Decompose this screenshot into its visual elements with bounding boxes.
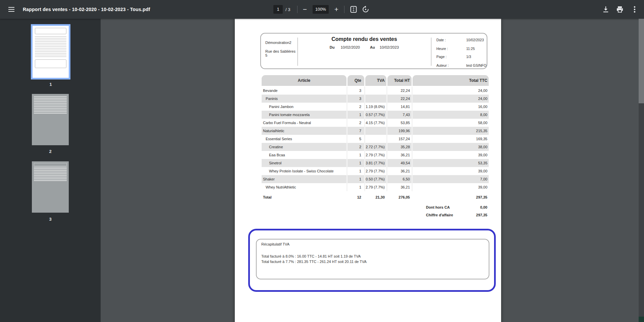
tva-recap-title: Récapitulatif TVA: [261, 242, 289, 246]
fit-to-page-icon: [350, 5, 358, 13]
table-row: Sinetrol13.81 (7.7%)49,5453,35: [262, 159, 489, 167]
article-cell: Essential Series: [262, 135, 346, 143]
more-options-button[interactable]: [631, 5, 639, 13]
ht-cell: 7,43: [387, 111, 412, 119]
tva-cell: [365, 95, 386, 103]
column-header-total-ttc: Total TTC: [413, 75, 489, 86]
fit-to-page-button[interactable]: [350, 5, 358, 13]
summary-row: Chiffre d'affaire297,35: [262, 211, 489, 219]
column-header-qte: Qte: [347, 75, 364, 86]
tva-recap-box: Récapitulatif TVA Total facturé à 8.0% :…: [256, 239, 489, 279]
meta-row: Heure :11:25: [436, 46, 487, 51]
tva-recap-lines: Total facturé à 8.0% : 16.00 TTC - 14.81…: [261, 254, 367, 264]
article-cell: Creatine: [262, 143, 346, 151]
article-cell: Paninis: [262, 95, 346, 103]
rotate-button[interactable]: [362, 5, 370, 13]
page-number-input[interactable]: 1: [273, 5, 283, 14]
report-title: Compte rendu des ventes: [298, 36, 431, 42]
zoom-in-button[interactable]: +: [331, 5, 341, 14]
ht-cell: 36,21: [387, 167, 412, 175]
thumbnail-page-2[interactable]: [32, 94, 69, 145]
ttc-cell: 7,00: [413, 175, 489, 183]
ht-cell: 6,50: [387, 175, 412, 183]
meta-value: 1/3: [466, 55, 487, 59]
qte-cell: 2: [347, 119, 364, 127]
article-cell: Bevande: [262, 87, 346, 95]
thumbnail-page-number: 3: [31, 217, 70, 222]
three-dot-menu-icon: [631, 5, 639, 13]
table-body: Bevande322,2424,00Paninis322,2424,00Pani…: [262, 87, 489, 191]
tva-cell: 1.19 (8.0%): [365, 103, 386, 111]
tva-cell: [365, 135, 386, 143]
period-to-date: 10/02/2023: [380, 45, 399, 49]
scrollbar-thumb[interactable]: [639, 19, 644, 103]
thumbnail-decoration: [35, 36, 66, 57]
table-total-row: Total 12 21,30 276,05 297,35: [262, 194, 489, 201]
meta-row: Date :10/02/2023: [436, 37, 487, 43]
meta-label: Heure :: [436, 47, 466, 51]
report-title-block: Compte rendu des ventes Du10/02/2020Au10…: [298, 34, 431, 49]
thumbnail-page-1[interactable]: [31, 24, 70, 79]
article-cell: Carbo Fuel Formula - Neutral: [262, 119, 346, 127]
meta-label: Auteur :: [436, 63, 466, 67]
period-from-date: 10/02/2020: [340, 45, 360, 49]
toolbar-separator: [344, 6, 344, 13]
viewer-canvas[interactable]: Démonstration2 Rue des Sablières 5 Compt…: [101, 19, 639, 322]
toolbar-separator: [297, 6, 298, 13]
ht-cell: 36,21: [387, 183, 412, 191]
tva-cell: 2.79 (7.7%): [365, 151, 386, 159]
ht-cell: 53,85: [387, 119, 412, 127]
print-icon: [616, 5, 624, 13]
qte-cell: 7: [347, 127, 364, 135]
ttc-cell: 39,00: [413, 151, 489, 159]
table-row: Carbo Fuel Formula - Neutral24.15 (7.7%)…: [262, 119, 489, 127]
table-row: Eaa Bcaa12.79 (7.7%)36,2139,00: [262, 151, 489, 159]
ttc-cell: 16,00: [413, 103, 489, 111]
zoom-level-input[interactable]: 100%: [313, 5, 329, 14]
report-period: Du10/02/2020Au10/02/2023: [298, 45, 431, 49]
vertical-scrollbar[interactable]: [639, 19, 644, 322]
ttc-cell: 39,00: [413, 167, 489, 175]
thumbnail-decoration: [34, 163, 67, 166]
column-header-tva: TVA: [365, 75, 386, 86]
meta-label: Page :: [436, 55, 466, 59]
article-cell: Panini Jambon: [262, 103, 346, 111]
thumbnail-sidebar: 1 2 3: [0, 19, 101, 322]
menu-button[interactable]: [5, 4, 17, 14]
qte-cell: 1: [347, 175, 364, 183]
qte-cell: 1: [347, 159, 364, 167]
period-to-label: Au: [370, 45, 375, 49]
table-row: Whey NutriAthletic12.79 (7.7%)36,2139,00: [262, 183, 489, 191]
tva-cell: 2.72 (7.7%): [365, 143, 386, 151]
qte-cell: 2: [347, 103, 364, 111]
thumbnail-decoration: [34, 96, 67, 114]
meta-label: Date :: [436, 38, 466, 42]
summary-row: Dont hors CA0,00: [262, 203, 489, 211]
ht-cell: 22,24: [387, 95, 412, 103]
meta-value: 11:25: [466, 47, 487, 51]
tva-recap-line: Total facturé à 8.0% : 16.00 TTC - 14.81…: [261, 254, 367, 259]
qte-cell: 3: [347, 95, 364, 103]
download-button[interactable]: [602, 5, 610, 13]
ht-cell: 22,24: [387, 87, 412, 95]
thumbnail-page-3[interactable]: [32, 161, 69, 213]
ht-cell: 49,54: [387, 159, 412, 167]
qte-cell: 2: [347, 143, 364, 151]
tva-cell: 3.81 (7.7%): [365, 159, 386, 167]
article-cell: Whey Protein Isolate - Swiss Chocolate: [262, 167, 346, 175]
company-info: Démonstration2 Rue des Sablières 5: [261, 34, 298, 57]
table-summary: Dont hors CA0,00Chiffre d'affaire297,35: [262, 203, 489, 219]
ht-cell: 35,28: [387, 143, 412, 151]
ttc-cell: 53,35: [413, 159, 489, 167]
document-title: Rapport des ventes - 10-02-2020 - 10-02-…: [23, 0, 150, 19]
tva-recap-line: Total facturé à 7.7% : 281.35 TTC - 261.…: [261, 259, 367, 264]
table-row: Essential Series5157,24169,35: [262, 135, 489, 143]
zoom-out-button[interactable]: −: [300, 5, 310, 14]
table-row: Bevande322,2424,00: [262, 87, 489, 95]
meta-row: Page :1/3: [436, 54, 487, 59]
print-button[interactable]: [616, 5, 624, 13]
ttc-cell: 215,35: [413, 127, 489, 135]
tva-cell: 0.50 (7.7%): [365, 175, 386, 183]
article-cell: Sinetrol: [262, 159, 346, 167]
pdf-toolbar: Rapport des ventes - 10-02-2020 - 10-02-…: [0, 0, 644, 19]
